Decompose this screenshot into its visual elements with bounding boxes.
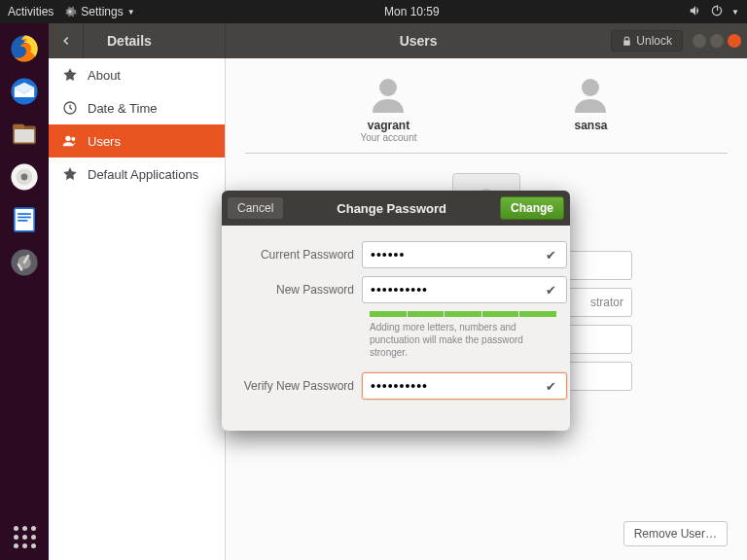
panel-title: Details [84, 33, 225, 49]
svg-rect-12 [18, 213, 31, 215]
password-strength-meter [370, 311, 556, 317]
sidebar-item-about[interactable]: About [49, 58, 225, 91]
current-password-label: Current Password [235, 248, 362, 262]
sidebar-item-label: About [88, 68, 121, 83]
avatar-icon [569, 72, 612, 115]
svg-rect-6 [13, 124, 24, 129]
rhythmbox-icon[interactable] [5, 158, 44, 196]
svg-point-0 [67, 9, 74, 16]
back-button[interactable] [49, 23, 84, 58]
libreoffice-writer-icon[interactable] [5, 200, 44, 239]
minimize-button[interactable] [693, 34, 706, 48]
users-icon [62, 133, 78, 149]
sidebar-item-label: Default Applications [88, 167, 198, 182]
show-applications-icon[interactable] [14, 526, 36, 548]
new-password-label: New Password [235, 283, 362, 297]
thunderbird-icon[interactable] [5, 72, 44, 111]
svg-point-2 [11, 35, 37, 61]
remove-user-button[interactable]: Remove User… [623, 521, 728, 546]
svg-rect-14 [18, 220, 27, 222]
svg-point-9 [21, 174, 28, 181]
svg-point-22 [582, 79, 599, 96]
sidebar: About Date & Time Users Default Applicat… [49, 58, 226, 560]
svg-rect-5 [15, 129, 34, 143]
maximize-button[interactable] [710, 34, 724, 48]
sidebar-item-datetime[interactable]: Date & Time [49, 91, 225, 124]
change-button[interactable]: Change [500, 196, 564, 220]
settings-icon [63, 5, 77, 18]
app-menu[interactable]: Settings ▼ [63, 5, 134, 18]
sidebar-item-label: Date & Time [88, 101, 158, 116]
svg-rect-4 [13, 126, 36, 145]
dropdown-icon: ▼ [127, 8, 135, 17]
star-icon [62, 166, 78, 182]
svg-point-18 [64, 102, 76, 114]
clock-icon [62, 100, 78, 116]
svg-point-20 [71, 137, 75, 141]
window-header: Details Users Unlock [49, 23, 747, 58]
verify-password-label: Verify New Password [235, 379, 362, 393]
user-card-sansa[interactable]: sansa [569, 72, 612, 143]
lock-icon [622, 36, 632, 47]
current-password-input[interactable] [362, 241, 567, 268]
svg-point-3 [11, 78, 37, 104]
svg-point-7 [11, 163, 37, 190]
user-card-vagrant[interactable]: vagrant Your account [360, 72, 416, 143]
svg-point-19 [65, 136, 70, 141]
system-menu-icon[interactable]: ▼ [731, 8, 739, 17]
dialog-title: Change Password [283, 201, 500, 216]
change-password-dialog: Cancel Change Password Change Current Pa… [222, 191, 570, 431]
user-name: sansa [569, 119, 612, 132]
volume-icon[interactable] [689, 4, 702, 20]
svg-point-8 [17, 169, 33, 186]
avatar-icon [367, 72, 409, 115]
top-bar: Activities Settings ▼ Mon 10:59 ▼ [0, 0, 747, 23]
verify-password-input[interactable] [362, 372, 567, 400]
firefox-icon[interactable] [5, 29, 44, 68]
settings-launcher-icon[interactable] [5, 243, 44, 282]
svg-point-1 [69, 11, 72, 14]
cancel-button[interactable]: Cancel [228, 197, 283, 219]
svg-rect-11 [15, 208, 34, 231]
svg-rect-17 [17, 262, 22, 271]
clock[interactable]: Mon 10:59 [135, 5, 689, 18]
about-icon [62, 67, 78, 83]
new-password-input[interactable] [362, 276, 567, 303]
activities-button[interactable]: Activities [8, 5, 53, 18]
password-hint: Adding more letters, numbers and punctua… [370, 321, 556, 359]
launcher [0, 23, 49, 560]
svg-point-21 [379, 79, 397, 96]
svg-rect-10 [15, 208, 34, 231]
close-button[interactable] [728, 34, 741, 48]
sidebar-item-label: Users [88, 134, 121, 149]
svg-rect-13 [18, 217, 31, 219]
files-icon[interactable] [5, 115, 44, 154]
page-title: Users [226, 33, 611, 49]
power-icon[interactable] [710, 4, 724, 20]
svg-point-15 [11, 249, 37, 275]
user-sub: Your account [360, 132, 416, 143]
sidebar-item-default-apps[interactable]: Default Applications [49, 158, 225, 191]
user-name: vagrant [360, 119, 416, 132]
unlock-button[interactable]: Unlock [611, 30, 683, 52]
svg-rect-16 [22, 255, 29, 264]
sidebar-item-users[interactable]: Users [49, 124, 225, 158]
